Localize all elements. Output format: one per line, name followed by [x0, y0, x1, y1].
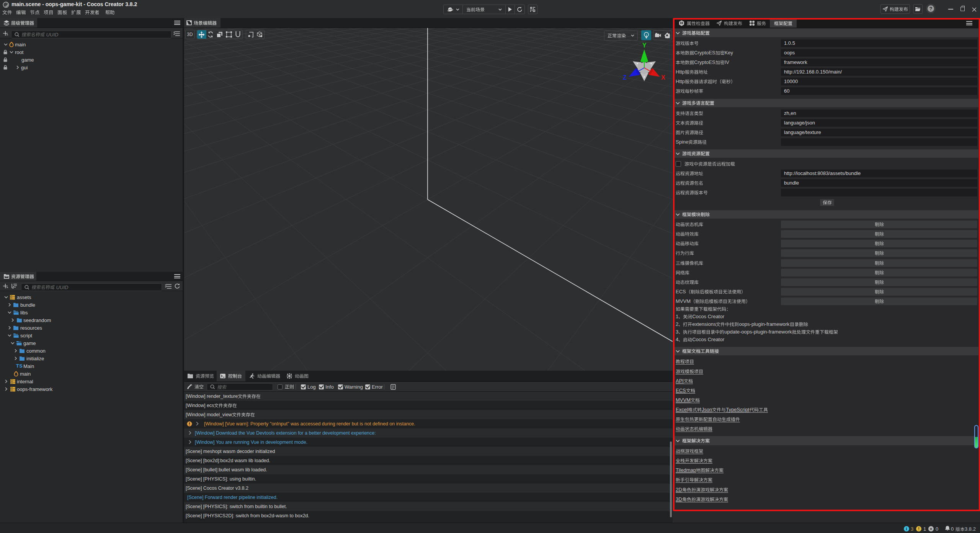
svg-text:X: X [661, 74, 665, 81]
svg-text:Z: Z [623, 74, 627, 81]
svg-text:Y: Y [642, 42, 647, 49]
